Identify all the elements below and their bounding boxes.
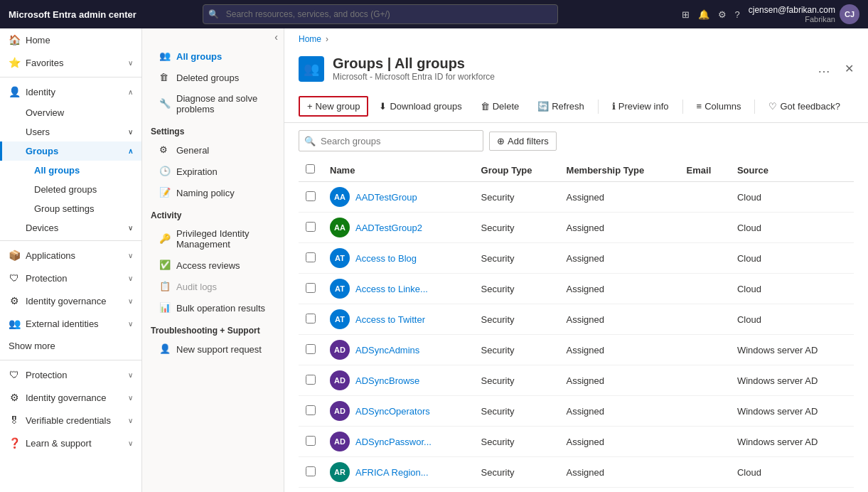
group-name-link[interactable]: Access to Twitter bbox=[355, 314, 425, 325]
sidebar-item-deleted-groups[interactable]: Deleted groups bbox=[0, 180, 141, 199]
row-checkbox[interactable] bbox=[306, 466, 316, 476]
row-checkbox[interactable] bbox=[306, 375, 316, 385]
group-name-link[interactable]: ADSyncOperators bbox=[355, 406, 430, 417]
sec-sidebar-item-deleted-groups[interactable]: 🗑 Deleted groups bbox=[142, 67, 284, 88]
row-checkbox[interactable] bbox=[306, 344, 316, 354]
source: Windows server AD bbox=[730, 396, 854, 427]
sec-sidebar-item-bulk-ops[interactable]: 📊 Bulk operation results bbox=[142, 297, 284, 319]
row-checkbox[interactable] bbox=[306, 436, 316, 446]
group-name-link[interactable]: AADTestGroup2 bbox=[355, 223, 422, 233]
sec-sidebar-item-general[interactable]: ⚙ General bbox=[142, 139, 284, 161]
info-icon: ℹ bbox=[612, 101, 616, 112]
sidebar-item-all-groups[interactable]: All groups bbox=[0, 161, 141, 180]
secondary-sidebar: ‹ 👥 All groups 🗑 Deleted groups 🔧 Diagno… bbox=[142, 28, 284, 492]
sidebar-label-applications: Applications bbox=[26, 250, 122, 261]
troubleshooting-section-label: Troubleshooting + Support bbox=[142, 319, 284, 338]
more-options-button[interactable]: … bbox=[818, 61, 830, 76]
row-checkbox[interactable] bbox=[306, 252, 316, 262]
email bbox=[680, 427, 730, 457]
select-all-checkbox[interactable] bbox=[306, 164, 315, 173]
close-panel-button[interactable]: ✕ bbox=[845, 62, 854, 75]
group-type: Security bbox=[474, 274, 559, 304]
preview-info-button[interactable]: ℹ Preview info bbox=[604, 97, 677, 116]
page-subtitle: Microsoft - Microsoft Entra ID for workf… bbox=[333, 72, 495, 82]
row-checkbox[interactable] bbox=[306, 314, 316, 323]
sidebar-item-group-settings[interactable]: Group settings bbox=[0, 199, 141, 218]
group-name-link[interactable]: AFRICA Region... bbox=[355, 467, 429, 478]
sec-sidebar-label-pim: Privileged Identity Management bbox=[176, 228, 275, 250]
bell-icon[interactable]: 🔔 bbox=[698, 9, 709, 20]
group-name-link[interactable]: AADTestGroup bbox=[355, 192, 417, 203]
sidebar-item-identity-governance[interactable]: ⚙ Identity governance ∨ bbox=[0, 289, 141, 312]
sidebar-item-groups[interactable]: Groups ∧ bbox=[0, 141, 141, 161]
global-search[interactable]: 🔍 bbox=[203, 4, 558, 24]
portal-icon[interactable]: ⊞ bbox=[682, 9, 690, 20]
download-groups-button[interactable]: ⬇ Download groups bbox=[371, 97, 469, 116]
sidebar-item-home[interactable]: 🏠 Home bbox=[0, 28, 141, 51]
add-filters-button[interactable]: ⊕ Add filters bbox=[489, 132, 557, 151]
bulk-ops-icon: 📊 bbox=[159, 302, 171, 314]
main-content: Home › 👥 Groups | All groups Microsoft -… bbox=[284, 28, 868, 492]
source: Cloud bbox=[730, 457, 854, 488]
row-checkbox[interactable] bbox=[306, 222, 316, 232]
feedback-button[interactable]: ♡ Got feedback? bbox=[761, 97, 848, 116]
sidebar-item-identity[interactable]: 👤 Identity ∧ bbox=[0, 80, 141, 103]
sec-sidebar-item-all-groups[interactable]: 👥 All groups bbox=[142, 46, 284, 67]
search-groups-input[interactable] bbox=[299, 130, 483, 151]
sidebar-item-favorites[interactable]: ⭐ Favorites ∨ bbox=[0, 51, 141, 74]
delete-button[interactable]: 🗑 Delete bbox=[473, 97, 527, 116]
heart-icon: ♡ bbox=[768, 101, 777, 112]
avatar[interactable]: CJ bbox=[840, 4, 859, 24]
sec-sidebar-item-diagnose[interactable]: 🔧 Diagnose and solve problems bbox=[142, 88, 284, 119]
plus-icon: + bbox=[307, 101, 313, 112]
source: Cloud bbox=[730, 274, 854, 304]
sidebar-item-external-identities[interactable]: 👥 External identities ∨ bbox=[0, 312, 141, 335]
sidebar-item-verifiable-credentials[interactable]: 🎖 Verifiable credentials ∨ bbox=[0, 409, 141, 432]
sidebar-item-applications[interactable]: 📦 Applications ∨ bbox=[0, 244, 141, 267]
sidebar-item-protection2[interactable]: 🛡 Protection ∨ bbox=[0, 363, 141, 386]
group-avatar: AA bbox=[330, 187, 350, 207]
source: Cloud bbox=[730, 488, 854, 493]
sidebar-label-groups: Groups bbox=[26, 146, 58, 156]
sidebar-item-devices[interactable]: Devices ∨ bbox=[0, 218, 141, 237]
global-search-input[interactable] bbox=[203, 4, 558, 24]
settings-icon[interactable]: ⚙ bbox=[718, 9, 727, 20]
sidebar-item-protection[interactable]: 🛡 Protection ∨ bbox=[0, 267, 141, 289]
new-group-button[interactable]: + New group bbox=[299, 96, 368, 117]
table-row: AR AFRICA Region... Security Assigned Cl… bbox=[299, 457, 854, 488]
collapse-sidebar-button[interactable]: ‹ bbox=[274, 31, 278, 43]
membership-type: Assigned bbox=[559, 243, 680, 274]
help-icon[interactable]: ? bbox=[735, 9, 740, 20]
sec-sidebar-item-naming-policy[interactable]: 📝 Naming policy bbox=[142, 182, 284, 203]
row-checkbox[interactable] bbox=[306, 191, 316, 201]
sec-sidebar-item-access-reviews[interactable]: ✅ Access reviews bbox=[142, 255, 284, 276]
user-menu[interactable]: cjensen@fabrikan.com Fabrikan CJ bbox=[749, 4, 859, 24]
refresh-button[interactable]: 🔄 Refresh bbox=[530, 97, 592, 116]
group-name-link[interactable]: Access to Linke... bbox=[355, 284, 428, 294]
sidebar-item-show-more[interactable]: Show more bbox=[0, 335, 141, 357]
sidebar-item-overview[interactable]: Overview bbox=[0, 103, 141, 122]
settings-section-label: Settings bbox=[142, 119, 284, 139]
sidebar-item-users[interactable]: Users ∨ bbox=[0, 122, 141, 141]
chevron-protection: ∨ bbox=[128, 274, 133, 282]
sec-sidebar-item-pim[interactable]: 🔑 Privileged Identity Management bbox=[142, 223, 284, 255]
breadcrumb-home[interactable]: Home bbox=[299, 34, 321, 44]
group-name-link[interactable]: ADSyncPasswor... bbox=[355, 437, 432, 447]
governance2-icon: ⚙ bbox=[9, 392, 20, 403]
sec-sidebar-item-new-support[interactable]: 👤 New support request bbox=[142, 338, 284, 360]
group-name-link[interactable]: ADSyncBrowse bbox=[355, 375, 419, 386]
sidebar-item-learn-support[interactable]: ❓ Learn & support ∨ bbox=[0, 432, 141, 454]
row-checkbox[interactable] bbox=[306, 405, 316, 415]
row-checkbox[interactable] bbox=[306, 283, 316, 293]
group-name-link[interactable]: Access to Blog bbox=[355, 253, 417, 264]
table-row: AD ADSyncBrowse Security Assigned Window… bbox=[299, 365, 854, 396]
columns-button[interactable]: ≡ Columns bbox=[689, 97, 749, 116]
col-name: Name bbox=[323, 159, 474, 182]
membership-type: Assigned bbox=[559, 427, 680, 457]
membership-type: Assigned bbox=[559, 365, 680, 396]
group-name-link[interactable]: ADSyncAdmins bbox=[355, 345, 419, 355]
sec-sidebar-item-audit-logs[interactable]: 📋 Audit logs bbox=[142, 276, 284, 297]
sidebar-item-identity-governance2[interactable]: ⚙ Identity governance ∨ bbox=[0, 386, 141, 409]
membership-type: Assigned bbox=[559, 396, 680, 427]
sec-sidebar-item-expiration[interactable]: 🕒 Expiration bbox=[142, 161, 284, 182]
